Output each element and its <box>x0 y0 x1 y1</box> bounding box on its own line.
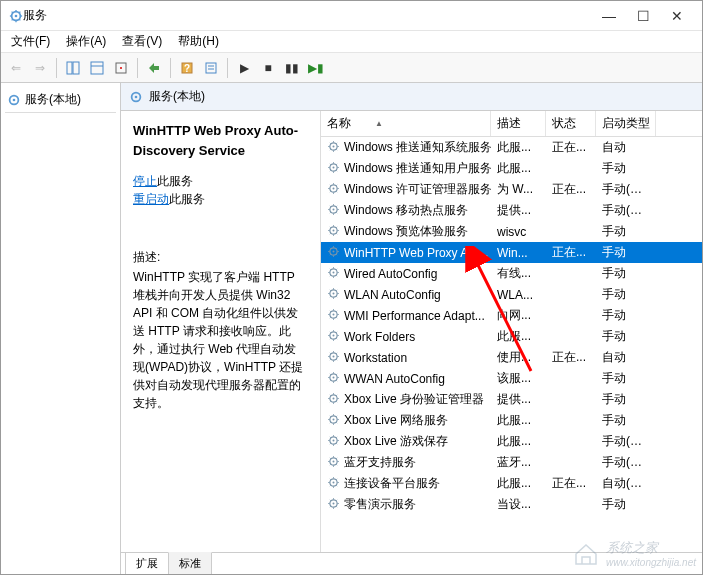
close-button[interactable]: ✕ <box>660 3 694 29</box>
service-name: 连接设备平台服务 <box>344 475 440 492</box>
service-desc: 蓝牙... <box>491 452 546 473</box>
service-startup: 手动 <box>596 221 656 242</box>
service-row[interactable]: WLAN AutoConfigWLA...手动 <box>321 284 702 305</box>
tree-root[interactable]: 服务(本地) <box>5 87 116 113</box>
service-row[interactable]: Xbox Live 网络服务此服...手动 <box>321 410 702 431</box>
service-row[interactable]: 连接设备平台服务此服...正在...自动(延迟... <box>321 473 702 494</box>
service-desc: wisvc <box>491 223 546 241</box>
svg-line-143 <box>330 380 331 381</box>
service-row[interactable]: WinHTTP Web Proxy Aut...Win...正在...手动 <box>321 242 702 263</box>
service-desc: 此服... <box>491 158 546 179</box>
maximize-button[interactable]: ☐ <box>626 3 660 29</box>
service-name: Wired AutoConfig <box>344 267 437 281</box>
gear-icon <box>327 455 340 471</box>
service-row[interactable]: 零售演示服务当设...手动 <box>321 494 702 515</box>
svg-line-93 <box>330 275 331 276</box>
service-status: 正在... <box>546 179 596 200</box>
service-row[interactable]: Wired AutoConfig有线...手动 <box>321 263 702 284</box>
service-row[interactable]: Windows 预览体验服务wisvc手动 <box>321 221 702 242</box>
stop-link[interactable]: 停止 <box>133 174 157 188</box>
service-name: 蓝牙支持服务 <box>344 454 416 471</box>
service-name: Xbox Live 身份验证管理器 <box>344 391 484 408</box>
service-list[interactable]: 名称▲ 描述 状态 启动类型 Windows 推送通知系统服务此服...正在..… <box>321 111 702 552</box>
service-row[interactable]: Windows 许可证管理器服务为 W...正在...手动(触发... <box>321 179 702 200</box>
service-status <box>546 293 596 297</box>
svg-line-74 <box>336 226 337 227</box>
tree-root-label: 服务(本地) <box>25 91 81 108</box>
svg-point-196 <box>333 502 335 504</box>
view-button-2[interactable] <box>86 57 108 79</box>
menu-bar: 文件(F) 操作(A) 查看(V) 帮助(H) <box>1 31 702 53</box>
service-row[interactable]: WMI Performance Adapt...向网...手动 <box>321 305 702 326</box>
menu-file[interactable]: 文件(F) <box>5 31 56 52</box>
service-name: Xbox Live 网络服务 <box>344 412 448 429</box>
service-row[interactable]: Windows 推送通知用户服务...此服...手动 <box>321 158 702 179</box>
svg-line-192 <box>336 485 337 486</box>
svg-line-173 <box>330 443 331 444</box>
export-button[interactable] <box>143 57 165 79</box>
service-row[interactable]: 蓝牙支持服务蓝牙...手动(触发... <box>321 452 702 473</box>
service-status <box>546 167 596 171</box>
svg-point-15 <box>120 67 122 69</box>
pause-button[interactable]: ▮▮ <box>281 57 303 79</box>
window-title: 服务 <box>23 7 592 24</box>
svg-point-186 <box>333 481 335 483</box>
svg-line-83 <box>330 254 331 255</box>
view-button-1[interactable] <box>62 57 84 79</box>
column-status[interactable]: 状态 <box>546 111 596 136</box>
service-status <box>546 314 596 318</box>
service-status <box>546 230 596 234</box>
service-status: 正在... <box>546 137 596 158</box>
svg-point-86 <box>333 271 335 273</box>
service-status <box>546 335 596 339</box>
forward-button[interactable]: ⇒ <box>29 57 51 79</box>
svg-point-146 <box>333 397 335 399</box>
svg-point-1 <box>15 14 18 17</box>
svg-line-162 <box>336 422 337 423</box>
gear-icon <box>327 371 340 387</box>
properties-button[interactable] <box>200 57 222 79</box>
column-desc[interactable]: 描述 <box>491 111 546 136</box>
svg-line-154 <box>336 394 337 395</box>
svg-point-24 <box>135 95 138 98</box>
column-name[interactable]: 名称▲ <box>321 111 491 136</box>
service-row[interactable]: Workstation使用...正在...自动 <box>321 347 702 368</box>
restart-button[interactable]: ▶▮ <box>305 57 327 79</box>
svg-point-66 <box>333 229 335 231</box>
service-desc: 向网... <box>491 305 546 326</box>
refresh-button[interactable] <box>110 57 132 79</box>
service-row[interactable]: Windows 推送通知系统服务此服...正在...自动 <box>321 137 702 158</box>
gear-icon <box>327 476 340 492</box>
service-startup: 手动 <box>596 242 656 263</box>
service-startup: 手动 <box>596 368 656 389</box>
menu-view[interactable]: 查看(V) <box>116 31 168 52</box>
svg-line-182 <box>336 464 337 465</box>
service-row[interactable]: Windows 移动热点服务提供...手动(触发... <box>321 200 702 221</box>
svg-line-71 <box>330 226 331 227</box>
menu-help[interactable]: 帮助(H) <box>172 31 225 52</box>
help-button[interactable]: ? <box>176 57 198 79</box>
menu-action[interactable]: 操作(A) <box>60 31 112 52</box>
service-status: 正在... <box>546 347 596 368</box>
service-row[interactable]: Xbox Live 身份验证管理器提供...手动 <box>321 389 702 410</box>
column-startup[interactable]: 启动类型 <box>596 111 656 136</box>
stop-button[interactable]: ■ <box>257 57 279 79</box>
service-row[interactable]: Xbox Live 游戏保存此服...手动(触发... <box>321 431 702 452</box>
service-row[interactable]: WWAN AutoConfig该服...手动 <box>321 368 702 389</box>
service-desc: 此服... <box>491 137 546 158</box>
back-button[interactable]: ⇐ <box>5 57 27 79</box>
restart-link[interactable]: 重启动 <box>133 192 169 206</box>
svg-line-172 <box>336 443 337 444</box>
service-status <box>546 209 596 213</box>
svg-point-106 <box>333 313 335 315</box>
service-startup: 自动 <box>596 347 656 368</box>
tab-standard[interactable]: 标准 <box>168 552 212 574</box>
play-button[interactable]: ▶ <box>233 57 255 79</box>
service-desc: 此服... <box>491 473 546 494</box>
minimize-button[interactable]: — <box>592 3 626 29</box>
service-row[interactable]: Work Folders此服...手动 <box>321 326 702 347</box>
tab-extended[interactable]: 扩展 <box>125 552 169 574</box>
svg-point-136 <box>333 376 335 378</box>
svg-rect-10 <box>67 62 72 74</box>
svg-line-44 <box>336 163 337 164</box>
